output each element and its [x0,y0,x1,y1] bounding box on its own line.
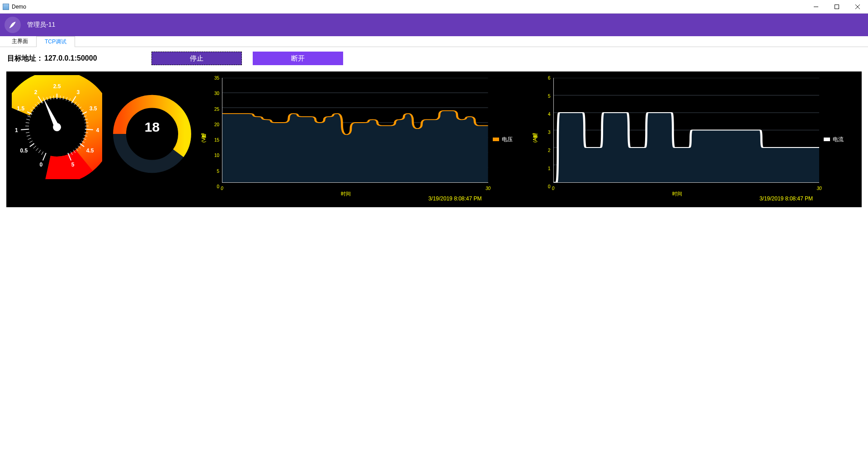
voltage-chart-xlabel: 时间 [341,190,351,197]
svg-line-5 [43,153,46,161]
svg-text:0: 0 [39,162,42,168]
svg-text:4.5: 4.5 [86,147,94,154]
svg-line-9 [33,146,36,148]
window-maximize-button[interactable] [826,0,847,14]
voltage-chart-timestamp: 3/19/2019 8:08:47 PM [428,195,481,202]
svg-line-19 [28,116,31,117]
tab-content: 目标地址： 127.0.0.1:50000 停止 断开 [0,47,868,207]
connection-toolbar: 目标地址： 127.0.0.1:50000 停止 断开 [0,52,868,65]
svg-line-8 [36,148,38,151]
app-window-icon [3,4,9,10]
voltage-chart-legend: 电压 [490,75,525,204]
svg-line-45 [85,129,93,130]
svg-text:2: 2 [34,89,38,95]
voltage-legend-label: 电压 [502,136,513,143]
disconnect-button[interactable]: 断开 [253,52,343,65]
svg-line-18 [26,119,30,120]
svg-text:1.5: 1.5 [17,105,25,112]
current-legend-label: 电流 [833,136,844,143]
svg-line-10 [30,143,34,147]
current-chart-xlabel: 时间 [672,190,682,197]
svg-line-14 [26,132,29,133]
dashboard-panel: 00.511.522.533.544.55 18 [6,71,862,207]
svg-text:3: 3 [77,89,80,95]
svg-rect-1 [835,5,839,9]
app-header: 管理员-11 [0,14,868,36]
current-chart-legend: 电流 [821,75,856,204]
window-titlebar: Demo [0,0,868,14]
current-legend-swatch [824,138,830,141]
svg-line-7 [38,150,41,153]
svg-text:5: 5 [71,162,75,168]
tab-bar: 主界面 TCP调试 [0,36,868,47]
current-chart: 电流(A) 时间 3/19/2019 8:08:47 PM 0123456030… [533,75,857,204]
svg-line-6 [42,152,43,155]
ring-gauge: 18 [110,75,194,204]
voltage-chart-ylabel: 电压(V) [200,136,207,143]
window-minimize-button[interactable] [806,0,826,14]
svg-line-17 [26,123,29,123]
current-chart-timestamp: 3/19/2019 8:08:47 PM [760,195,813,202]
stop-button[interactable]: 停止 [151,52,242,65]
app-logo-icon [5,17,21,33]
tab-tcp[interactable]: TCP调试 [36,36,75,47]
window-title: Demo [12,4,26,10]
current-user-label: 管理员-11 [27,21,55,29]
ring-gauge-value: 18 [110,119,194,135]
target-address-label: 目标地址： [7,54,43,63]
voltage-legend-swatch [493,138,499,141]
svg-line-13 [27,135,30,136]
svg-text:2.5: 2.5 [53,83,61,90]
svg-text:1: 1 [15,127,18,133]
voltage-chart: 电压(V) 时间 3/19/2019 8:08:47 PM 0510152025… [202,75,525,204]
window-close-button[interactable] [847,0,868,14]
svg-text:3.5: 3.5 [90,105,97,112]
svg-line-11 [29,141,33,143]
analog-gauge: 00.511.522.533.544.55 [12,75,102,204]
current-chart-ylabel: 电流(A) [532,136,538,143]
svg-text:4: 4 [96,127,99,133]
svg-text:0.5: 0.5 [20,147,28,154]
svg-line-12 [28,138,31,139]
svg-line-15 [21,129,29,130]
tab-main[interactable]: 主界面 [4,36,36,47]
target-address-value: 127.0.0.1:50000 [44,54,97,62]
